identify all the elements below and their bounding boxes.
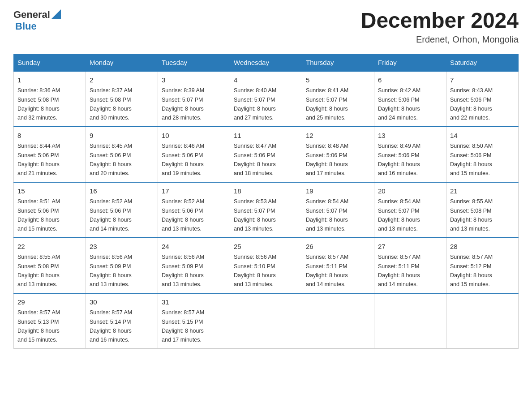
- day-number: 31: [162, 297, 226, 308]
- calendar-cell: 19Sunrise: 8:54 AMSunset: 5:07 PMDayligh…: [302, 182, 374, 238]
- day-info: Sunrise: 8:40 AMSunset: 5:07 PMDaylight:…: [234, 87, 276, 121]
- svg-marker-0: [51, 9, 61, 19]
- month-title: December 2024: [361, 9, 519, 33]
- day-info: Sunrise: 8:57 AMSunset: 5:11 PMDaylight:…: [306, 254, 348, 287]
- calendar-cell: 7Sunrise: 8:43 AMSunset: 5:06 PMDaylight…: [446, 71, 519, 127]
- calendar-cell: 10Sunrise: 8:46 AMSunset: 5:06 PMDayligh…: [158, 127, 230, 182]
- calendar-cell: 28Sunrise: 8:57 AMSunset: 5:12 PMDayligh…: [446, 238, 519, 293]
- calendar-cell: [374, 293, 446, 349]
- calendar-cell: 8Sunrise: 8:44 AMSunset: 5:06 PMDaylight…: [14, 127, 86, 182]
- day-info: Sunrise: 8:43 AMSunset: 5:06 PMDaylight:…: [450, 87, 493, 121]
- header-cell-monday: Monday: [86, 54, 158, 71]
- day-number: 6: [378, 75, 442, 86]
- day-info: Sunrise: 8:44 AMSunset: 5:06 PMDaylight:…: [17, 143, 60, 176]
- day-info: Sunrise: 8:56 AMSunset: 5:09 PMDaylight:…: [162, 254, 204, 287]
- day-number: 21: [450, 186, 515, 197]
- title-area: December 2024 Erdenet, Orhon, Mongolia: [361, 9, 519, 45]
- week-row-4: 22Sunrise: 8:55 AMSunset: 5:08 PMDayligh…: [14, 238, 519, 293]
- header-cell-wednesday: Wednesday: [230, 54, 302, 71]
- day-number: 20: [378, 186, 442, 197]
- day-number: 11: [234, 131, 298, 141]
- logo: General Blue: [13, 9, 61, 32]
- calendar-cell: 22Sunrise: 8:55 AMSunset: 5:08 PMDayligh…: [14, 238, 86, 293]
- day-number: 13: [378, 131, 442, 141]
- day-info: Sunrise: 8:48 AMSunset: 5:06 PMDaylight:…: [306, 143, 348, 176]
- day-number: 28: [450, 242, 515, 252]
- calendar-cell: 11Sunrise: 8:47 AMSunset: 5:06 PMDayligh…: [230, 127, 302, 182]
- day-info: Sunrise: 8:57 AMSunset: 5:13 PMDaylight:…: [17, 309, 60, 343]
- calendar-cell: 3Sunrise: 8:39 AMSunset: 5:07 PMDaylight…: [158, 71, 230, 127]
- day-info: Sunrise: 8:37 AMSunset: 5:08 PMDaylight:…: [90, 87, 132, 121]
- calendar-cell: 20Sunrise: 8:54 AMSunset: 5:07 PMDayligh…: [374, 182, 446, 238]
- week-row-1: 1Sunrise: 8:36 AMSunset: 5:08 PMDaylight…: [14, 71, 519, 127]
- calendar-cell: 13Sunrise: 8:49 AMSunset: 5:06 PMDayligh…: [374, 127, 446, 182]
- header-cell-sunday: Sunday: [14, 54, 86, 71]
- calendar-cell: 16Sunrise: 8:52 AMSunset: 5:06 PMDayligh…: [86, 182, 158, 238]
- calendar-cell: [302, 293, 374, 349]
- calendar-cell: 21Sunrise: 8:55 AMSunset: 5:08 PMDayligh…: [446, 182, 519, 238]
- day-number: 17: [162, 186, 226, 197]
- calendar-cell: 23Sunrise: 8:56 AMSunset: 5:09 PMDayligh…: [86, 238, 158, 293]
- header-cell-thursday: Thursday: [302, 54, 374, 71]
- day-number: 7: [450, 75, 515, 86]
- day-info: Sunrise: 8:36 AMSunset: 5:08 PMDaylight:…: [17, 87, 60, 121]
- day-info: Sunrise: 8:46 AMSunset: 5:06 PMDaylight:…: [162, 143, 204, 176]
- calendar-cell: 2Sunrise: 8:37 AMSunset: 5:08 PMDaylight…: [86, 71, 158, 127]
- header-row: SundayMondayTuesdayWednesdayThursdayFrid…: [14, 54, 519, 71]
- day-info: Sunrise: 8:50 AMSunset: 5:06 PMDaylight:…: [450, 143, 493, 176]
- day-info: Sunrise: 8:47 AMSunset: 5:06 PMDaylight:…: [234, 143, 276, 176]
- logo-triangle-icon: [51, 9, 61, 19]
- day-number: 26: [306, 242, 370, 252]
- day-number: 9: [90, 131, 154, 141]
- calendar-cell: 31Sunrise: 8:57 AMSunset: 5:15 PMDayligh…: [158, 293, 230, 349]
- day-number: 14: [450, 131, 515, 141]
- calendar-cell: 1Sunrise: 8:36 AMSunset: 5:08 PMDaylight…: [14, 71, 86, 127]
- day-info: Sunrise: 8:49 AMSunset: 5:06 PMDaylight:…: [378, 143, 420, 176]
- day-info: Sunrise: 8:57 AMSunset: 5:12 PMDaylight:…: [450, 254, 493, 287]
- calendar-cell: 5Sunrise: 8:41 AMSunset: 5:07 PMDaylight…: [302, 71, 374, 127]
- location-title: Erdenet, Orhon, Mongolia: [361, 34, 519, 45]
- header-cell-saturday: Saturday: [446, 54, 519, 71]
- calendar-cell: [446, 293, 519, 349]
- day-number: 5: [306, 75, 370, 86]
- day-number: 25: [234, 242, 298, 252]
- day-info: Sunrise: 8:45 AMSunset: 5:06 PMDaylight:…: [90, 143, 132, 176]
- day-info: Sunrise: 8:57 AMSunset: 5:14 PMDaylight:…: [90, 309, 132, 343]
- calendar-body: 1Sunrise: 8:36 AMSunset: 5:08 PMDaylight…: [14, 71, 519, 349]
- day-number: 4: [234, 75, 298, 86]
- day-info: Sunrise: 8:57 AMSunset: 5:15 PMDaylight:…: [162, 309, 204, 343]
- day-info: Sunrise: 8:56 AMSunset: 5:09 PMDaylight:…: [90, 254, 132, 287]
- day-number: 22: [17, 242, 82, 252]
- week-row-3: 15Sunrise: 8:51 AMSunset: 5:06 PMDayligh…: [14, 182, 519, 238]
- calendar-cell: 14Sunrise: 8:50 AMSunset: 5:06 PMDayligh…: [446, 127, 519, 182]
- day-number: 18: [234, 186, 298, 197]
- day-number: 27: [378, 242, 442, 252]
- calendar-cell: 12Sunrise: 8:48 AMSunset: 5:06 PMDayligh…: [302, 127, 374, 182]
- calendar-cell: 9Sunrise: 8:45 AMSunset: 5:06 PMDaylight…: [86, 127, 158, 182]
- logo-blue-text: Blue: [15, 21, 37, 32]
- calendar-cell: 6Sunrise: 8:42 AMSunset: 5:06 PMDaylight…: [374, 71, 446, 127]
- day-info: Sunrise: 8:55 AMSunset: 5:08 PMDaylight:…: [450, 198, 493, 232]
- logo-general-text: General: [13, 9, 50, 21]
- calendar-cell: 25Sunrise: 8:56 AMSunset: 5:10 PMDayligh…: [230, 238, 302, 293]
- day-number: 8: [17, 131, 82, 141]
- day-number: 16: [90, 186, 154, 197]
- day-info: Sunrise: 8:56 AMSunset: 5:10 PMDaylight:…: [234, 254, 276, 287]
- page-header: General Blue December 2024 Erdenet, Orho…: [13, 9, 519, 45]
- calendar-cell: 18Sunrise: 8:53 AMSunset: 5:07 PMDayligh…: [230, 182, 302, 238]
- day-number: 30: [90, 297, 154, 308]
- day-number: 1: [17, 75, 82, 86]
- day-info: Sunrise: 8:57 AMSunset: 5:11 PMDaylight:…: [378, 254, 420, 287]
- calendar-cell: [230, 293, 302, 349]
- day-info: Sunrise: 8:41 AMSunset: 5:07 PMDaylight:…: [306, 87, 348, 121]
- calendar-cell: 24Sunrise: 8:56 AMSunset: 5:09 PMDayligh…: [158, 238, 230, 293]
- day-info: Sunrise: 8:52 AMSunset: 5:06 PMDaylight:…: [162, 198, 204, 232]
- day-number: 29: [17, 297, 82, 308]
- day-number: 3: [162, 75, 226, 86]
- week-row-2: 8Sunrise: 8:44 AMSunset: 5:06 PMDaylight…: [14, 127, 519, 182]
- day-info: Sunrise: 8:53 AMSunset: 5:07 PMDaylight:…: [234, 198, 276, 232]
- calendar-cell: 30Sunrise: 8:57 AMSunset: 5:14 PMDayligh…: [86, 293, 158, 349]
- week-row-5: 29Sunrise: 8:57 AMSunset: 5:13 PMDayligh…: [14, 293, 519, 349]
- header-cell-tuesday: Tuesday: [158, 54, 230, 71]
- day-info: Sunrise: 8:42 AMSunset: 5:06 PMDaylight:…: [378, 87, 420, 121]
